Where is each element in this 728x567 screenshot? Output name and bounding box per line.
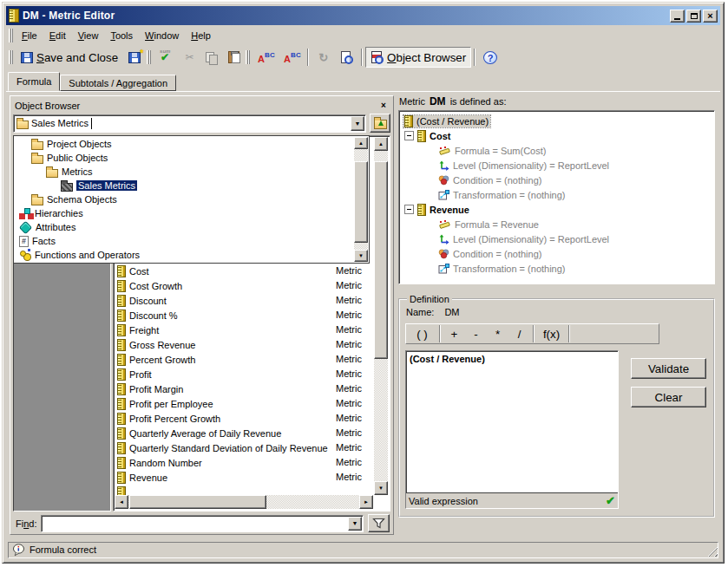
- cut-button: [179, 47, 200, 68]
- tree-row-root[interactable]: (Cost / Revenue): [401, 114, 714, 128]
- scroll-right-button[interactable]: ►: [359, 495, 373, 509]
- list-item[interactable]: ProfitMetric: [115, 367, 373, 381]
- dropdown-item-metrics[interactable]: Metrics: [15, 165, 353, 179]
- toolbar-grip-2[interactable]: [147, 50, 151, 64]
- magnifier-page-icon: [340, 51, 353, 64]
- combobox-dropdown-button[interactable]: ▼: [351, 116, 364, 131]
- folder-icon: [16, 121, 29, 129]
- dropdown-item-sales-metrics[interactable]: Sales Metrics: [15, 179, 353, 192]
- object-browser-toggle[interactable]: Object Browser: [365, 47, 471, 68]
- scrollbar-thumb[interactable]: [354, 161, 368, 243]
- list-horizontal-scrollbar[interactable]: ◄ ►: [115, 495, 373, 510]
- metric-icon: [117, 427, 126, 440]
- plus-button[interactable]: +: [443, 325, 465, 342]
- validate-button[interactable]: Validate: [631, 358, 706, 379]
- list-item[interactable]: Random NumberMetric: [115, 455, 373, 470]
- paste-button[interactable]: [223, 47, 245, 68]
- dropdown-item-hierarchies[interactable]: Hierarchies: [15, 206, 353, 220]
- parentheses-button[interactable]: ( ): [408, 325, 436, 342]
- list-item[interactable]: DiscountMetric: [115, 293, 373, 308]
- filter-button[interactable]: [368, 514, 390, 532]
- validate-formula-button[interactable]: [154, 47, 179, 68]
- dropdown-item-facts[interactable]: Facts: [15, 234, 353, 248]
- close-button[interactable]: ×: [703, 10, 718, 23]
- dropdown-scrollbar[interactable]: ▲ ▼: [354, 137, 368, 262]
- up-one-level-button[interactable]: [370, 114, 390, 133]
- list-item[interactable]: Percent GrowthMetric: [115, 352, 373, 367]
- tab-subtotals-aggregation[interactable]: Subtotals / Aggregation: [60, 75, 176, 91]
- minus-button[interactable]: -: [465, 325, 487, 342]
- level-icon: [438, 160, 449, 171]
- dropdown-item-project-objects[interactable]: Project Objects: [15, 137, 353, 151]
- scrollbar-thumb[interactable]: [129, 495, 266, 509]
- list-item[interactable]: Profit per EmployeeMetric: [115, 396, 373, 411]
- scroll-left-button[interactable]: ◄: [115, 495, 128, 509]
- expression-input[interactable]: (Cost / Revenue): [406, 351, 618, 492]
- tree-row-level[interactable]: Level (Dimensionality) = ReportLevel: [401, 231, 714, 246]
- spelling-button[interactable]: [279, 47, 305, 68]
- tree-row-condition[interactable]: Condition = (nothing): [401, 246, 714, 261]
- menu-grip[interactable]: [9, 29, 13, 42]
- dropdown-item-public-objects[interactable]: Public Objects: [15, 151, 353, 165]
- function-button[interactable]: f(x): [537, 325, 566, 342]
- toolbar-grip-1[interactable]: [9, 50, 13, 64]
- close-icon: ×: [707, 11, 712, 20]
- help-button[interactable]: [478, 47, 502, 68]
- collapse-toggle-icon[interactable]: [404, 205, 414, 214]
- dropdown-item-attributes[interactable]: Attributes: [15, 220, 353, 234]
- list-item[interactable]: Profit Percent GrowthMetric: [115, 411, 373, 426]
- maximize-button[interactable]: [686, 10, 701, 23]
- list-item[interactable]: Quarterly Average of Daily RevenueMetric: [115, 426, 373, 440]
- tree-row-formula[interactable]: Formula = Revenue: [401, 217, 714, 231]
- save-as-button[interactable]: [123, 47, 146, 68]
- object-browser-close-button[interactable]: ×: [377, 100, 390, 112]
- menu-edit[interactable]: Edit: [43, 28, 72, 43]
- list-item[interactable]: Discount %Metric: [115, 308, 373, 323]
- list-item[interactable]: Quarterly Standard Deviation of Daily Re…: [115, 440, 373, 455]
- tree-row-transformation[interactable]: Transformation = (nothing): [401, 187, 714, 202]
- list-vertical-scrollbar[interactable]: ▲ ▼: [374, 137, 389, 495]
- clear-button[interactable]: Clear: [631, 387, 706, 407]
- tree-row-cost[interactable]: Cost: [401, 128, 714, 143]
- rename-button[interactable]: [253, 47, 279, 68]
- preview-button[interactable]: [335, 47, 358, 68]
- scroll-down-button[interactable]: ▼: [354, 250, 368, 262]
- dropdown-item-schema-objects[interactable]: Schema Objects: [15, 192, 353, 206]
- tab-formula[interactable]: Formula: [8, 72, 60, 91]
- menu-help[interactable]: Help: [185, 28, 217, 43]
- list-item[interactable]: RevenueMetric: [115, 470, 373, 485]
- tree-row-condition[interactable]: Condition = (nothing): [401, 173, 714, 187]
- object-browser-header: Object Browser ×: [12, 97, 391, 113]
- find-input[interactable]: ▼: [41, 515, 364, 532]
- list-item[interactable]: CostMetric: [115, 264, 373, 278]
- folder-combobox[interactable]: Sales Metrics ▼: [13, 114, 366, 133]
- find-dropdown-button[interactable]: ▼: [348, 517, 362, 531]
- tree-row-formula[interactable]: Formula = Sum(Cost): [401, 143, 714, 158]
- transformation-icon: [438, 264, 449, 274]
- find-bar: Find: ▼: [12, 512, 391, 533]
- list-item[interactable]: FreightMetric: [115, 323, 373, 337]
- expression-status-text: Valid expression: [409, 496, 478, 506]
- collapse-toggle-icon[interactable]: [404, 131, 414, 140]
- list-item[interactable]: Gross RevenueMetric: [115, 337, 373, 352]
- toolbar-grip-3[interactable]: [246, 50, 250, 64]
- divide-button[interactable]: /: [508, 325, 530, 342]
- save-and-close-button[interactable]: Save and Close: [16, 47, 123, 68]
- menu-tools[interactable]: Tools: [104, 28, 139, 43]
- list-item[interactable]: Cost GrowthMetric: [115, 278, 373, 293]
- scrollbar-thumb[interactable]: [374, 161, 388, 359]
- menu-window[interactable]: Window: [139, 28, 185, 43]
- menu-view[interactable]: View: [72, 28, 105, 43]
- tree-row-level[interactable]: Level (Dimensionality) = ReportLevel: [401, 158, 714, 173]
- dropdown-item-functions-and-operators[interactable]: Functions and Operators: [15, 248, 353, 262]
- multiply-button[interactable]: *: [487, 325, 508, 342]
- scroll-down-button[interactable]: ▼: [374, 481, 388, 495]
- copy-icon: [206, 52, 218, 63]
- minimize-button[interactable]: [670, 10, 685, 23]
- scroll-up-button[interactable]: ▲: [354, 137, 368, 149]
- list-item[interactable]: Profit MarginMetric: [115, 381, 373, 396]
- scroll-up-button[interactable]: ▲: [374, 137, 388, 151]
- tree-row-revenue[interactable]: Revenue: [401, 202, 714, 217]
- menu-file[interactable]: File: [16, 28, 43, 43]
- tree-row-transformation[interactable]: Transformation = (nothing): [401, 261, 714, 276]
